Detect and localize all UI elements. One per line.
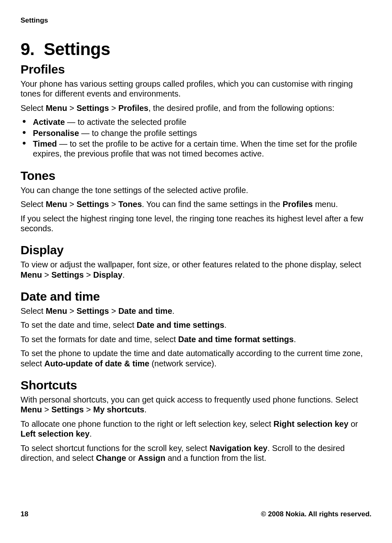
datetime-label: Date and time — [118, 306, 172, 315]
option-activate: Activate — [33, 117, 65, 127]
datetime-set: To set the date and time, select Date an… — [21, 320, 371, 330]
navigation-key-label: Navigation key — [210, 444, 267, 453]
shortcuts-scroll: To select shortcut functions for the scr… — [21, 443, 371, 463]
separator: > — [109, 200, 118, 209]
left-key-label: Left selection key — [21, 429, 90, 438]
text: To view or adjust the wallpaper, font si… — [21, 260, 361, 269]
section-display-heading: Display — [21, 243, 371, 257]
display-body: To view or adjust the wallpaper, font si… — [21, 260, 371, 280]
dt-auto-label: Auto-update of date & time — [44, 359, 150, 368]
separator: > — [42, 405, 51, 414]
option-desc: — to activate the selected profile — [65, 117, 187, 127]
text: , the desired profile, and from the foll… — [148, 104, 334, 113]
text: To set the formats for date and time, se… — [21, 335, 178, 344]
datetime-nav: Select Menu > Settings > Date and time. — [21, 306, 371, 316]
separator: > — [67, 104, 76, 113]
section-profiles-heading: Profiles — [21, 62, 371, 76]
menu-label: Menu — [46, 104, 67, 113]
section-shortcuts-heading: Shortcuts — [21, 378, 371, 392]
text: . — [224, 320, 227, 329]
separator: > — [84, 270, 93, 279]
settings-label: Settings — [76, 200, 109, 209]
change-label: Change — [96, 453, 126, 462]
list-item: Personalise — to change the profile sett… — [21, 128, 371, 138]
text: and a function from the list. — [165, 453, 266, 462]
text: . You can find the same settings in the — [142, 200, 282, 209]
running-header: Settings — [21, 16, 371, 25]
text: Select — [21, 200, 46, 209]
text: . — [90, 429, 92, 438]
separator: > — [67, 200, 76, 209]
text: . — [172, 306, 175, 315]
text: (network service). — [149, 359, 216, 368]
page-number: 18 — [21, 510, 28, 518]
menu-label: Menu — [21, 405, 42, 414]
text: . — [122, 270, 125, 279]
text: Select — [21, 104, 46, 113]
text: . — [144, 405, 147, 414]
list-item: Activate — to activate the selected prof… — [21, 117, 371, 127]
my-shortcuts-label: My shortcuts — [93, 405, 144, 414]
tones-label: Tones — [118, 200, 142, 209]
menu-label: Menu — [46, 306, 67, 315]
menu-label: Menu — [46, 200, 67, 209]
chapter-title: Settings — [44, 39, 110, 59]
datetime-auto: To set the phone to update the time and … — [21, 348, 371, 368]
text: To set the date and time, select — [21, 320, 136, 329]
datetime-format: To set the formats for date and time, se… — [21, 334, 371, 344]
tones-note: If you select the highest ringing tone l… — [21, 214, 371, 234]
settings-label: Settings — [51, 405, 84, 414]
list-item: Timed — to set the profile to be active … — [21, 139, 371, 159]
text: To allocate one phone function to the ri… — [21, 419, 274, 428]
page-footer: 18 © 2008 Nokia. All rights reserved. — [21, 510, 371, 518]
text: or — [348, 419, 358, 428]
separator: > — [42, 270, 51, 279]
text: To select shortcut functions for the scr… — [21, 444, 210, 453]
dt-settings-label: Date and time settings — [136, 320, 224, 329]
separator: > — [67, 306, 76, 315]
tones-intro: You can change the tone settings of the … — [21, 185, 371, 195]
shortcuts-allocate: To allocate one phone function to the ri… — [21, 419, 371, 439]
chapter-heading: 9. Settings — [21, 39, 371, 59]
separator: > — [84, 405, 93, 414]
settings-label: Settings — [76, 104, 109, 113]
separator: > — [109, 306, 118, 315]
text: Select — [21, 306, 46, 315]
text: . — [294, 335, 296, 344]
option-timed: Timed — [33, 139, 57, 148]
profiles-label: Profiles — [118, 104, 148, 113]
copyright: © 2008 Nokia. All rights reserved. — [261, 510, 371, 518]
section-datetime-heading: Date and time — [21, 290, 371, 304]
settings-label: Settings — [76, 306, 109, 315]
section-tones-heading: Tones — [21, 169, 371, 183]
profiles-label: Profiles — [283, 200, 313, 209]
option-desc: — to change the profile settings — [79, 129, 197, 138]
chapter-number: 9. — [21, 39, 35, 59]
display-label: Display — [93, 270, 122, 279]
text: menu. — [313, 200, 338, 209]
settings-label: Settings — [51, 270, 84, 279]
profiles-options-list: Activate — to activate the selected prof… — [21, 117, 371, 159]
assign-label: Assign — [138, 453, 166, 462]
tones-nav: Select Menu > Settings > Tones. You can … — [21, 199, 371, 209]
option-desc: — to set the profile to be active for a … — [33, 139, 357, 158]
dt-format-label: Date and time format settings — [178, 335, 294, 344]
menu-label: Menu — [21, 270, 42, 279]
profiles-intro: Your phone has various setting groups ca… — [21, 79, 371, 99]
text: With personal shortcuts, you can get qui… — [21, 395, 358, 404]
option-personalise: Personalise — [33, 129, 79, 138]
separator: > — [109, 104, 118, 113]
profiles-nav: Select Menu > Settings > Profiles, the d… — [21, 103, 371, 113]
shortcuts-intro: With personal shortcuts, you can get qui… — [21, 395, 371, 415]
right-key-label: Right selection key — [274, 419, 348, 428]
text: or — [126, 453, 138, 462]
